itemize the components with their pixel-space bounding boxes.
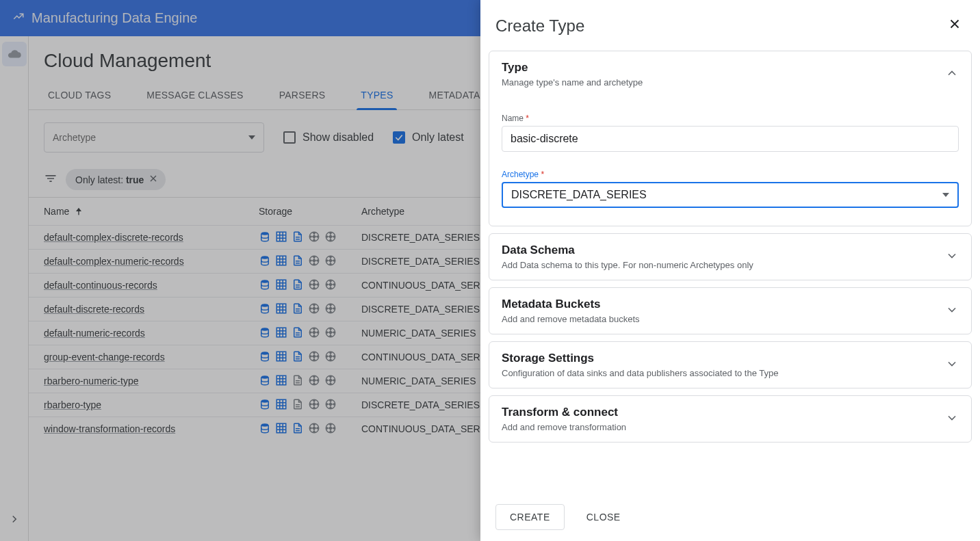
name-field-label: Name * xyxy=(502,114,959,123)
panel-type-title: Type xyxy=(502,61,643,75)
close-button[interactable]: CLOSE xyxy=(584,505,623,529)
panel-data-schema-subtitle: Add Data schema to this type. For non-nu… xyxy=(502,260,753,270)
panel-transform-connect: Transform & connect Add and remove trans… xyxy=(489,395,972,443)
drawer-footer: CREATE CLOSE xyxy=(480,493,980,541)
chevron-up-icon xyxy=(945,66,959,82)
archetype-select-value: DISCRETE_DATA_SERIES xyxy=(511,189,647,201)
chevron-down-icon xyxy=(942,192,949,198)
close-icon xyxy=(947,16,962,31)
drawer-close-button[interactable] xyxy=(944,14,965,38)
panel-transform-title: Transform & connect xyxy=(502,406,626,419)
panel-storage-title: Storage Settings xyxy=(502,352,778,365)
archetype-select[interactable]: DISCRETE_DATA_SERIES xyxy=(502,182,959,208)
panel-type: Type Manage type's name and archetype Na… xyxy=(489,51,972,226)
panel-storage-subtitle: Configuration of data sinks and data pub… xyxy=(502,368,778,378)
create-button[interactable]: CREATE xyxy=(495,504,565,530)
panel-metadata-buckets-header[interactable]: Metadata Buckets Add and remove metadata… xyxy=(489,288,971,334)
chevron-down-icon xyxy=(945,357,959,373)
panel-metadata-title: Metadata Buckets xyxy=(502,298,640,311)
archetype-field-label: Archetype * xyxy=(502,170,959,179)
panel-transform-subtitle: Add and remove transformation xyxy=(502,422,626,432)
panel-metadata-buckets: Metadata Buckets Add and remove metadata… xyxy=(489,287,972,334)
drawer-title: Create Type xyxy=(495,16,584,36)
panel-data-schema: Data Schema Add Data schema to this type… xyxy=(489,233,972,280)
chevron-down-icon xyxy=(945,249,959,265)
panel-type-subtitle: Manage type's name and archetype xyxy=(502,77,643,88)
chevron-down-icon xyxy=(945,411,959,427)
panel-type-header[interactable]: Type Manage type's name and archetype xyxy=(489,51,971,97)
panel-data-schema-header[interactable]: Data Schema Add Data schema to this type… xyxy=(489,234,971,280)
chevron-down-icon xyxy=(945,303,959,319)
name-input[interactable] xyxy=(502,126,959,152)
panel-transform-connect-header[interactable]: Transform & connect Add and remove trans… xyxy=(489,396,971,442)
panel-storage-settings: Storage Settings Configuration of data s… xyxy=(489,341,972,388)
panel-metadata-subtitle: Add and remove metadata buckets xyxy=(502,314,640,324)
panel-data-schema-title: Data Schema xyxy=(502,243,753,257)
create-type-drawer: Create Type Type Manage type's name and … xyxy=(480,0,980,541)
panel-storage-settings-header[interactable]: Storage Settings Configuration of data s… xyxy=(489,342,971,388)
